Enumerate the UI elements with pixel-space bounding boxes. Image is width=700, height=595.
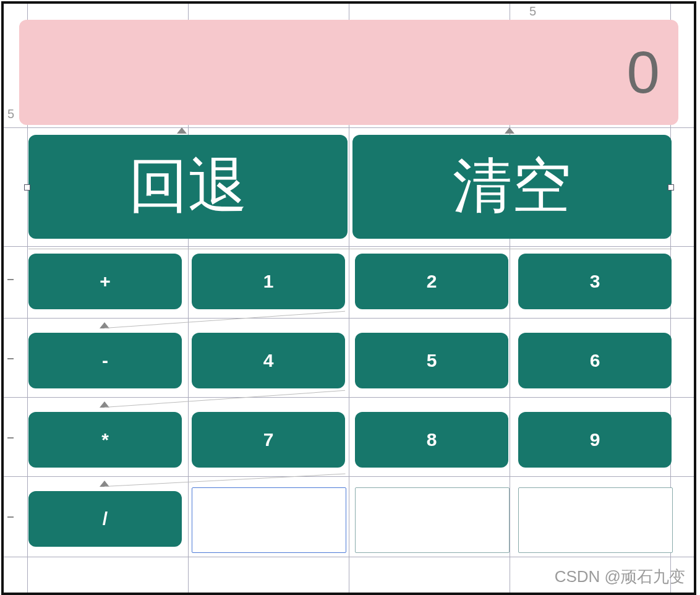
constraint-line bbox=[105, 390, 345, 408]
layout-editor-frame: 5 5 0 回退 清空 + 1 2 3 - 4 5 6 * 7 8 9 / CS… bbox=[1, 1, 696, 595]
margin-dash bbox=[7, 279, 14, 280]
digit-2-button[interactable]: 2 bbox=[355, 254, 508, 309]
op-multiply-button[interactable]: * bbox=[28, 412, 182, 468]
digit-3-button[interactable]: 3 bbox=[518, 254, 672, 309]
calc-display: 0 bbox=[19, 20, 678, 125]
margin-dash bbox=[7, 358, 14, 359]
back-button[interactable]: 回退 bbox=[28, 135, 348, 239]
constraint-handle-icon bbox=[177, 127, 187, 134]
guide-h bbox=[4, 246, 694, 247]
guide-h bbox=[4, 318, 694, 319]
guide-h bbox=[4, 127, 694, 128]
watermark-text: CSDN @顽石九变 bbox=[555, 566, 685, 588]
empty-slot bbox=[192, 487, 346, 553]
constraint-handle-icon bbox=[100, 401, 109, 408]
margin-dash bbox=[7, 437, 14, 439]
digit-9-button[interactable]: 9 bbox=[518, 412, 672, 468]
guide-h bbox=[4, 397, 694, 398]
calc-display-value: 0 bbox=[627, 38, 660, 106]
guide-h bbox=[4, 476, 694, 477]
digit-7-button[interactable]: 7 bbox=[192, 412, 345, 468]
empty-slot bbox=[518, 487, 673, 553]
op-divide-button[interactable]: / bbox=[28, 491, 182, 547]
clear-button[interactable]: 清空 bbox=[352, 135, 672, 239]
margin-tick-top: 5 bbox=[529, 5, 536, 17]
constraint-handle-icon bbox=[100, 322, 109, 328]
op-plus-button[interactable]: + bbox=[28, 254, 182, 309]
op-minus-button[interactable]: - bbox=[28, 333, 182, 388]
empty-slot bbox=[355, 487, 510, 553]
digit-4-button[interactable]: 4 bbox=[192, 333, 345, 388]
guide-h bbox=[4, 557, 694, 557]
digit-8-button[interactable]: 8 bbox=[355, 412, 508, 468]
constraint-handle-icon bbox=[100, 481, 109, 487]
margin-tick-left: 5 bbox=[7, 108, 14, 120]
constraint-line bbox=[28, 249, 672, 249]
margin-dash bbox=[7, 516, 14, 518]
digit-6-button[interactable]: 6 bbox=[518, 333, 672, 388]
constraint-line bbox=[105, 311, 345, 328]
digit-5-button[interactable]: 5 bbox=[355, 333, 508, 388]
digit-1-button[interactable]: 1 bbox=[192, 254, 345, 309]
constraint-line bbox=[105, 474, 346, 487]
